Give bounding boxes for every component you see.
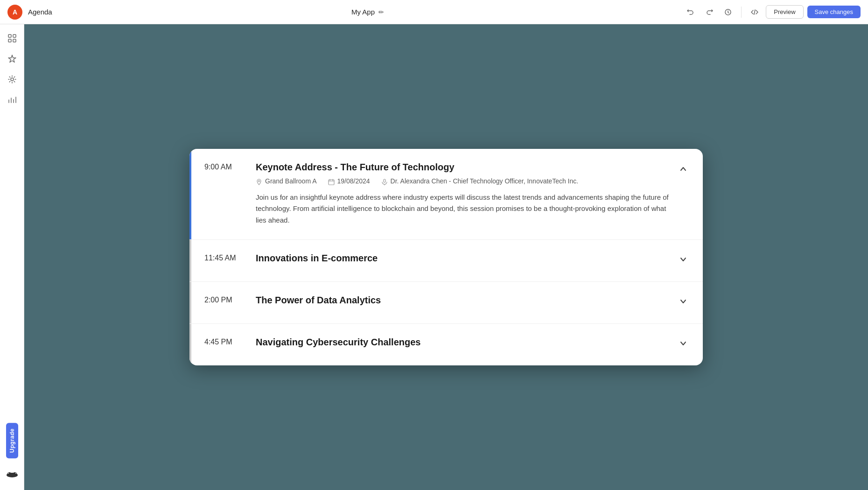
svg-point-11 — [259, 180, 260, 182]
app-logo: A — [7, 5, 22, 20]
location-icon — [256, 177, 262, 185]
item-border-3 — [189, 282, 191, 323]
main-layout: Upgrade 9:00 AM Keynote Address - The Fu… — [0, 24, 868, 490]
svg-rect-3 — [8, 39, 11, 42]
save-button[interactable]: Save changes — [807, 6, 861, 18]
preview-button[interactable]: Preview — [766, 5, 803, 19]
svg-rect-1 — [8, 35, 11, 37]
agenda-item-1: 9:00 AM Keynote Address - The Future of … — [189, 149, 703, 240]
topbar-title: Agenda — [28, 8, 52, 16]
svg-point-10 — [15, 473, 16, 474]
chevron-up-1[interactable] — [671, 162, 688, 174]
agenda-speaker-1: Dr. Alexandra Chen - Chief Technology Of… — [381, 177, 579, 185]
svg-rect-12 — [329, 180, 334, 185]
svg-rect-2 — [13, 35, 16, 37]
chevron-down-2[interactable] — [671, 253, 688, 265]
history-button[interactable] — [721, 5, 735, 20]
svg-rect-4 — [13, 39, 16, 42]
chevron-down-4[interactable] — [671, 337, 688, 349]
agenda-content-2: Innovations in E-commerce — [256, 253, 671, 268]
chevron-down-3[interactable] — [671, 295, 688, 307]
agenda-title-3: The Power of Data Analytics — [256, 295, 671, 306]
agenda-content-3: The Power of Data Analytics — [256, 295, 671, 310]
sidebar-item-settings[interactable] — [4, 71, 21, 88]
app-name: My App — [351, 8, 375, 16]
undo-button[interactable] — [683, 5, 698, 20]
agenda-item-2: 11:45 AM Innovations in E-commerce — [189, 240, 703, 282]
sidebar-item-grid[interactable] — [4, 30, 21, 47]
agenda-title-2: Innovations in E-commerce — [256, 253, 671, 264]
item-border-1 — [189, 149, 191, 239]
topbar-actions: Preview Save changes — [683, 5, 861, 20]
agenda-title-1: Keynote Address - The Future of Technolo… — [256, 162, 671, 173]
sidebar-item-pin[interactable] — [4, 50, 21, 67]
item-border-2 — [189, 240, 191, 281]
sidebar: Upgrade — [0, 24, 24, 490]
svg-point-7 — [7, 472, 11, 475]
agenda-item-4: 4:45 PM Navigating Cybersecurity Challen… — [189, 324, 703, 365]
sidebar-footer-logo — [4, 466, 21, 483]
agenda-content-1: Keynote Address - The Future of Technolo… — [256, 162, 671, 226]
item-border-4 — [189, 324, 191, 365]
agenda-item-3: 2:00 PM The Power of Data Analytics — [189, 282, 703, 324]
svg-point-8 — [13, 472, 17, 475]
code-button[interactable] — [747, 5, 762, 20]
agenda-content-4: Navigating Cybersecurity Challenges — [256, 337, 671, 352]
mic-icon — [381, 177, 388, 185]
agenda-title-4: Navigating Cybersecurity Challenges — [256, 337, 671, 348]
agenda-card: 9:00 AM Keynote Address - The Future of … — [189, 149, 703, 365]
agenda-time-3: 2:00 PM — [204, 295, 256, 304]
agenda-time-4: 4:45 PM — [204, 337, 256, 346]
agenda-meta-1: Grand Ballroom A 19/08/2024 — [256, 177, 671, 185]
calendar-icon — [328, 177, 335, 185]
svg-point-9 — [8, 473, 9, 474]
canvas: 9:00 AM Keynote Address - The Future of … — [24, 24, 868, 490]
topbar: A Agenda My App ✏ Preview — [0, 0, 868, 24]
agenda-time-1: 9:00 AM — [204, 162, 256, 171]
upgrade-button[interactable]: Upgrade — [6, 423, 18, 458]
edit-icon[interactable]: ✏ — [378, 8, 384, 16]
agenda-date-1: 19/08/2024 — [328, 177, 370, 185]
sidebar-item-chart[interactable] — [4, 91, 21, 108]
topbar-center: My App ✏ — [58, 8, 678, 16]
redo-button[interactable] — [702, 5, 717, 20]
svg-rect-13 — [384, 179, 385, 182]
svg-point-5 — [11, 78, 14, 81]
divider — [741, 7, 742, 18]
agenda-time-2: 11:45 AM — [204, 253, 256, 262]
agenda-description-1: Join us for an insightful keynote addres… — [256, 192, 671, 226]
agenda-location-1: Grand Ballroom A — [256, 177, 317, 185]
